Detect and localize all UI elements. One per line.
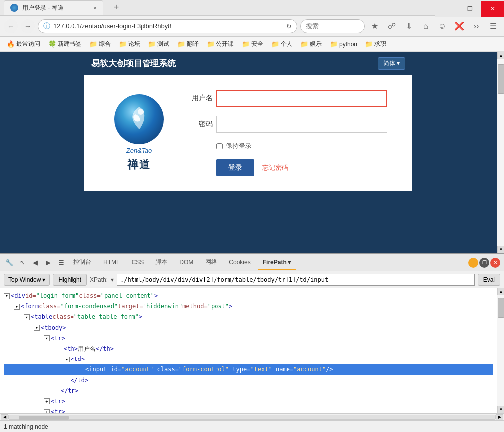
forgot-link[interactable]: 忘记密码	[262, 163, 288, 172]
tree-toggle[interactable]: ▾	[64, 357, 70, 362]
highlight-btn[interactable]: Highlight	[53, 274, 87, 286]
refresh-btn[interactable]: ↻	[286, 22, 292, 30]
browser-tab[interactable]: 用户登录 - 禅道 ×	[4, 0, 103, 15]
pocket-btn[interactable]: ❌	[452, 19, 466, 33]
folder-icon: 📁	[89, 40, 97, 48]
bookmark-label: 求职	[374, 40, 386, 48]
forward-btn[interactable]: →	[21, 19, 35, 33]
tree-toggle[interactable]: ▾	[24, 314, 30, 320]
title-bar: 用户登录 - 禅道 × + — ❐ ✕	[0, 0, 504, 16]
h-scroll-thumb[interactable]	[19, 416, 69, 420]
star-btn[interactable]: ★	[368, 19, 382, 33]
tree-scrollbar[interactable]: ▲ ▼	[497, 288, 504, 413]
tree-line: ▾ <form class="form-condensed" target="h…	[4, 301, 493, 312]
tab-close-btn[interactable]: ×	[94, 5, 97, 11]
logo-section: Zen&Tao 禅道	[109, 94, 169, 172]
devtools-pointer-icon[interactable]: ↖	[17, 257, 28, 268]
eval-btn[interactable]: Eval	[478, 274, 500, 286]
bookmark-个人[interactable]: 📁 个人	[268, 38, 295, 50]
top-window-btn[interactable]: Top Window ▾	[4, 274, 50, 286]
h-scroll-left[interactable]: ◀	[1, 414, 8, 420]
tab-css[interactable]: CSS	[127, 256, 149, 270]
scroll-down-btn[interactable]: ▼	[497, 246, 504, 253]
bookmark-python[interactable]: 📁 python	[327, 39, 360, 49]
address-bar[interactable]: ⓘ ↻	[38, 19, 297, 33]
tree-toggle[interactable]: ▾	[34, 325, 40, 331]
tree-toggle[interactable]: ▾	[4, 293, 10, 299]
scroll-up-btn[interactable]: ▲	[497, 52, 504, 59]
horizontal-scrollbar[interactable]: ◀ ▶	[0, 413, 504, 420]
tab-dom[interactable]: DOM	[174, 256, 198, 270]
bookmark-公开课[interactable]: 📁 公开课	[204, 38, 237, 50]
navigation-bar: ← → ⓘ ↻ ★ ☍ ⇓ ⌂ ☺ ❌ ›› ☰	[0, 16, 504, 37]
smile-btn[interactable]: ☺	[435, 19, 449, 33]
form-buttons: 登录 忘记密码	[216, 159, 387, 176]
logo-circle	[114, 94, 164, 144]
tree-line-highlighted[interactable]: <input id="account" class="form-control"…	[4, 364, 493, 375]
download-btn[interactable]: ⇓	[402, 19, 416, 33]
tree-scroll-up[interactable]: ▲	[497, 288, 504, 295]
tree-line: ▾ <div id="login-form" class="panel-cont…	[4, 291, 493, 301]
close-btn[interactable]: ✕	[481, 1, 504, 17]
main-scrollbar[interactable]: ▲ ▼	[497, 52, 504, 253]
devtools-max-btn[interactable]: ❐	[479, 258, 489, 268]
devtools-list-icon[interactable]: ☰	[56, 257, 67, 268]
h-scroll-right[interactable]: ▶	[496, 414, 503, 420]
bookmarks-bar: 🔥 最常访问 🍀 新建书签 📁 综合 📁 论坛 📁 测试 📁 翻译 📁 公开课	[0, 37, 504, 52]
devtools-prev-icon[interactable]: ◀	[30, 257, 41, 268]
bookmark-求职[interactable]: 📁 求职	[362, 38, 389, 50]
devtools-min-btn[interactable]: —	[468, 258, 478, 268]
xpath-input[interactable]	[117, 274, 475, 286]
bookmark-娱乐[interactable]: 📁 娱乐	[297, 38, 325, 50]
tab-network[interactable]: 网络	[200, 255, 222, 270]
bookmark-测试[interactable]: 📁 测试	[145, 38, 172, 50]
tab-html[interactable]: HTML	[98, 256, 125, 270]
remember-row: 保持登录	[216, 142, 387, 150]
tree-toggle[interactable]: +	[44, 409, 50, 413]
more-btn[interactable]: ››	[469, 19, 483, 33]
folder-icon: 📁	[300, 40, 308, 48]
bookmark-综合[interactable]: 📁 综合	[86, 38, 114, 50]
minimize-btn[interactable]: —	[435, 1, 458, 17]
tree-toggle[interactable]: +	[44, 398, 50, 404]
logo-svg	[122, 102, 156, 137]
devtools-toolbar: 🔧 ↖ ◀ ▶ ☰ 控制台 HTML CSS 脚本 DOM 网络	[0, 254, 504, 271]
tree-line: ▾ <td>	[4, 354, 493, 364]
devtools-close-btn[interactable]: ✕	[490, 258, 500, 268]
back-btn[interactable]: ←	[4, 19, 18, 33]
devtools-next-icon[interactable]: ▶	[43, 257, 54, 268]
tree-toggle[interactable]: ▾	[14, 304, 20, 310]
tab-console[interactable]: 控制台	[69, 255, 96, 270]
language-btn[interactable]: 简体 ▾	[378, 57, 405, 70]
bookmark-new[interactable]: 🍀 新建书签	[45, 38, 84, 50]
new-tab-btn[interactable]: +	[109, 1, 123, 15]
tree-scroll-down[interactable]: ▼	[497, 406, 504, 413]
bookmark-论坛[interactable]: 📁 论坛	[116, 38, 143, 50]
remember-checkbox[interactable]	[216, 143, 223, 149]
menu-btn[interactable]: ☰	[486, 19, 500, 33]
devtools-inspect-icon[interactable]: 🔧	[4, 257, 15, 268]
maximize-btn[interactable]: ❐	[458, 1, 481, 17]
username-input[interactable]	[216, 90, 387, 107]
search-box[interactable]	[300, 19, 365, 33]
tree-line: </td>	[4, 375, 493, 386]
bookmark-label: 新建书签	[58, 40, 81, 48]
scroll-thumb[interactable]	[498, 64, 504, 94]
share-btn[interactable]: ☍	[385, 19, 399, 33]
address-input[interactable]	[53, 22, 283, 30]
password-input[interactable]	[216, 116, 387, 133]
tab-favicon	[10, 4, 18, 12]
bookmark-often[interactable]: 🔥 最常访问	[4, 38, 43, 50]
bookmark-安全[interactable]: 📁 安全	[239, 38, 266, 50]
xpath-label: XPath:	[90, 276, 108, 283]
login-btn[interactable]: 登录	[216, 159, 254, 176]
tab-firepath[interactable]: FirePath ▾	[258, 256, 296, 270]
tab-cookies[interactable]: Cookies	[224, 256, 255, 270]
tree-scroll-thumb[interactable]	[498, 298, 504, 318]
home-btn[interactable]: ⌂	[419, 19, 432, 33]
username-label: 用户名	[189, 94, 213, 103]
bookmark-翻译[interactable]: 📁 翻译	[174, 38, 202, 50]
xpath-dropdown-arrow[interactable]: ▾	[111, 276, 114, 283]
tab-script[interactable]: 脚本	[150, 255, 172, 270]
tree-toggle[interactable]: ▾	[44, 335, 50, 341]
